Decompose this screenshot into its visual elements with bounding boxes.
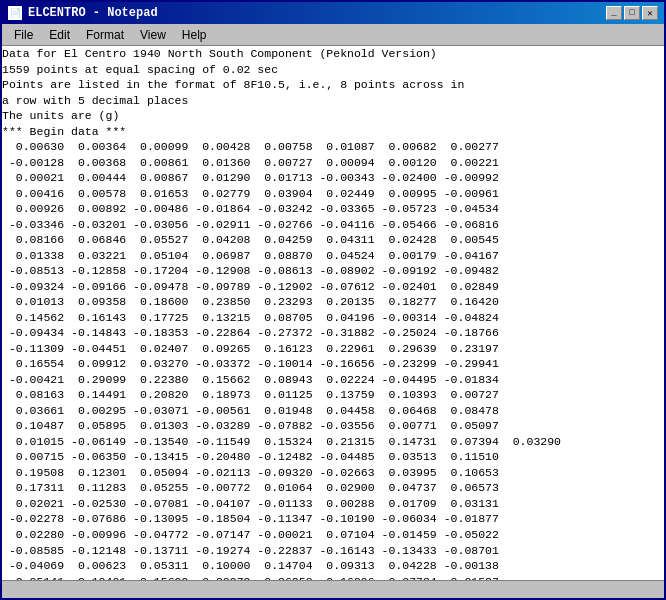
title-bar: 📄 ELCENTRO - Notepad _ □ ✕ <box>2 2 664 24</box>
notepad-window: 📄 ELCENTRO - Notepad _ □ ✕ File Edit For… <box>0 0 666 600</box>
close-button[interactable]: ✕ <box>642 6 658 20</box>
status-bar <box>2 580 664 598</box>
text-area[interactable]: Data for El Centro 1940 North South Comp… <box>2 46 664 580</box>
menu-view[interactable]: View <box>132 26 174 43</box>
menu-format[interactable]: Format <box>78 26 132 43</box>
menu-edit[interactable]: Edit <box>41 26 78 43</box>
text-content: Data for El Centro 1940 North South Comp… <box>2 46 664 580</box>
window-title: ELCENTRO - Notepad <box>28 6 158 20</box>
app-icon: 📄 <box>8 6 22 20</box>
menu-help[interactable]: Help <box>174 26 215 43</box>
menu-bar: File Edit Format View Help <box>2 24 664 46</box>
title-bar-left: 📄 ELCENTRO - Notepad <box>8 6 158 20</box>
maximize-button[interactable]: □ <box>624 6 640 20</box>
title-bar-controls: _ □ ✕ <box>606 6 658 20</box>
menu-file[interactable]: File <box>6 26 41 43</box>
minimize-button[interactable]: _ <box>606 6 622 20</box>
